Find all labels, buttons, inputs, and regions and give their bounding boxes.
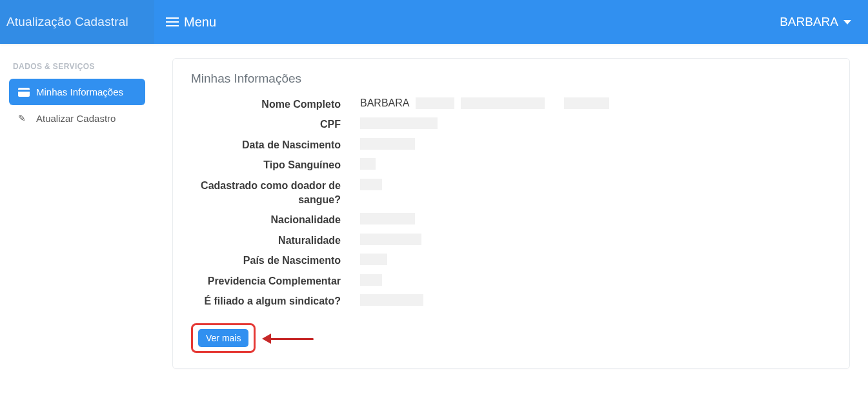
- pen-icon: [18, 114, 30, 123]
- field-value: [360, 176, 382, 193]
- field-value: [360, 115, 438, 132]
- field-label: Nome Completo: [191, 95, 341, 114]
- redacted-block: [360, 117, 438, 129]
- field-value: [360, 292, 423, 308]
- redacted-block: [360, 138, 415, 150]
- user-dropdown[interactable]: BARBARA: [780, 15, 851, 29]
- field-row: País de Nascimento: [191, 251, 831, 270]
- redacted-block: [461, 97, 545, 109]
- redacted-block: [360, 294, 423, 306]
- field-row: Data de Nascimento: [191, 135, 831, 155]
- field-label: É filiado a algum sindicato?: [191, 292, 341, 311]
- sidebar: DADOS & SERVIÇOS Minhas Informações Atua…: [0, 44, 154, 383]
- field-value: [360, 231, 421, 248]
- field-value: [360, 251, 387, 268]
- field-value: [360, 155, 376, 172]
- field-label: Data de Nascimento: [191, 135, 341, 155]
- field-row: Cadastrado como doador de sangue?: [191, 176, 831, 210]
- sidebar-item-minhas-informacoes[interactable]: Minhas Informações: [9, 79, 145, 105]
- redacted-block: [360, 234, 421, 245]
- caret-down-icon: [843, 20, 851, 25]
- sidebar-item-label: Minhas Informações: [36, 86, 123, 97]
- field-row: CPF: [191, 115, 831, 134]
- annotation-arrow: [262, 332, 314, 345]
- field-label: Previdencia Complementar: [191, 272, 341, 291]
- field-label: Naturalidade: [191, 231, 341, 250]
- field-label: Nacionalidade: [191, 210, 341, 230]
- field-label: País de Nascimento: [191, 251, 341, 270]
- redacted-block: [360, 179, 382, 190]
- sidebar-section-title: DADOS & SERVIÇOS: [13, 62, 141, 71]
- menu-toggle[interactable]: Menu: [166, 15, 216, 30]
- card-icon: [18, 88, 30, 97]
- redacted-block: [360, 254, 387, 265]
- sidebar-item-label: Atualizar Cadastro: [36, 113, 116, 124]
- field-row: Naturalidade: [191, 231, 831, 250]
- info-card: Minhas Informações Nome Completo BARBARA…: [172, 58, 850, 369]
- field-row: É filiado a algum sindicato?: [191, 292, 831, 311]
- main-content: Minhas Informações Nome Completo BARBARA…: [154, 44, 868, 383]
- topbar: Atualização Cadastral Menu BARBARA: [0, 0, 868, 44]
- field-label: Cadastrado como doador de sangue?: [191, 176, 341, 210]
- field-row: Previdencia Complementar: [191, 272, 831, 291]
- field-row: Nacionalidade: [191, 210, 831, 230]
- redacted-block: [564, 97, 609, 109]
- field-value: BARBARA: [360, 95, 609, 112]
- card-title: Minhas Informações: [191, 72, 831, 86]
- see-more-button[interactable]: Ver mais: [198, 329, 248, 347]
- redacted-block: [416, 97, 454, 109]
- brand-title: Atualização Cadastral: [0, 0, 154, 44]
- user-name: BARBARA: [780, 15, 838, 29]
- field-value: [360, 135, 415, 152]
- arrow-line: [268, 338, 314, 340]
- sidebar-item-atualizar-cadastro[interactable]: Atualizar Cadastro: [9, 105, 145, 132]
- field-row: Tipo Sanguíneo: [191, 155, 831, 175]
- hamburger-icon: [166, 21, 179, 23]
- redacted-block: [360, 158, 376, 170]
- field-label: Tipo Sanguíneo: [191, 155, 341, 175]
- redacted-block: [360, 274, 382, 286]
- field-value: [360, 210, 415, 227]
- field-value: [360, 272, 382, 288]
- highlight-ring: Ver mais: [191, 323, 256, 353]
- redacted-block: [360, 213, 415, 225]
- field-label: CPF: [191, 115, 341, 134]
- field-row: Nome Completo BARBARA: [191, 95, 831, 114]
- menu-label: Menu: [184, 15, 216, 30]
- see-more-wrap: Ver mais: [191, 323, 256, 353]
- value-text: BARBARA: [360, 97, 409, 109]
